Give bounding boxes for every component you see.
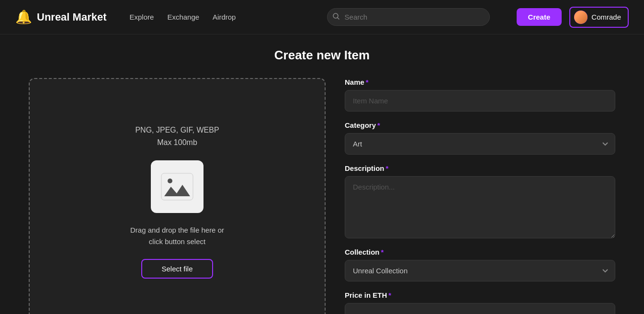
file-upload-area[interactable]: PNG, JPEG, GIF, WEBP Max 100mb Drag and … [29,78,326,314]
page-title: Create new Item [29,48,615,63]
price-group: Price in ETH* [345,291,615,314]
search-container [327,8,490,26]
bell-icon: 🔔 [15,9,32,25]
user-menu-button[interactable]: Comrade [569,7,629,28]
name-group: Name* [345,78,615,112]
collection-select[interactable]: Unreal Collection My Collection New Coll… [345,260,615,281]
image-preview-icon [151,160,203,213]
search-icon [333,13,339,21]
description-required: * [386,164,389,172]
avatar [574,11,588,24]
collection-label: Collection* [345,248,615,256]
category-required: * [377,121,380,129]
price-input[interactable] [345,303,615,314]
select-file-button[interactable]: Select file [141,259,213,279]
collection-group: Collection* Unreal Collection My Collect… [345,248,615,281]
form-fields: Name* Category* Art Music Video Collecti… [345,78,615,314]
nav-explore[interactable]: Explore [130,13,154,21]
brand-logo[interactable]: 🔔 Unreal Market [15,9,107,25]
collection-required: * [381,248,384,256]
navbar-right: Create Comrade [517,7,629,28]
nav-airdrop[interactable]: Airdrop [213,13,236,21]
navbar: 🔔 Unreal Market Explore Exchange Airdrop… [0,0,644,34]
category-label: Category* [345,121,615,129]
create-button[interactable]: Create [517,8,562,26]
category-select[interactable]: Art Music Video Collectibles Sports [345,133,615,155]
navbar-links: Explore Exchange Airdrop [130,13,236,21]
price-label: Price in ETH* [345,291,615,299]
search-input[interactable] [327,8,490,26]
svg-point-2 [168,179,172,183]
name-label: Name* [345,78,615,86]
upload-formats: PNG, JPEG, GIF, WEBP Max 100mb [135,124,219,148]
category-group: Category* Art Music Video Collectibles S… [345,121,615,155]
user-name: Comrade [591,13,621,21]
price-required: * [388,291,391,299]
name-input[interactable] [345,90,615,112]
form-grid: PNG, JPEG, GIF, WEBP Max 100mb Drag and … [29,78,615,314]
description-label: Description* [345,164,615,172]
nav-exchange[interactable]: Exchange [167,13,199,21]
description-textarea[interactable] [345,176,615,238]
name-required: * [366,78,369,86]
main-content: Create new Item PNG, JPEG, GIF, WEBP Max… [0,34,644,314]
drag-drop-text: Drag and drop the file here orclick butt… [130,224,224,247]
brand-name: Unreal Market [37,11,107,23]
description-group: Description* [345,164,615,238]
